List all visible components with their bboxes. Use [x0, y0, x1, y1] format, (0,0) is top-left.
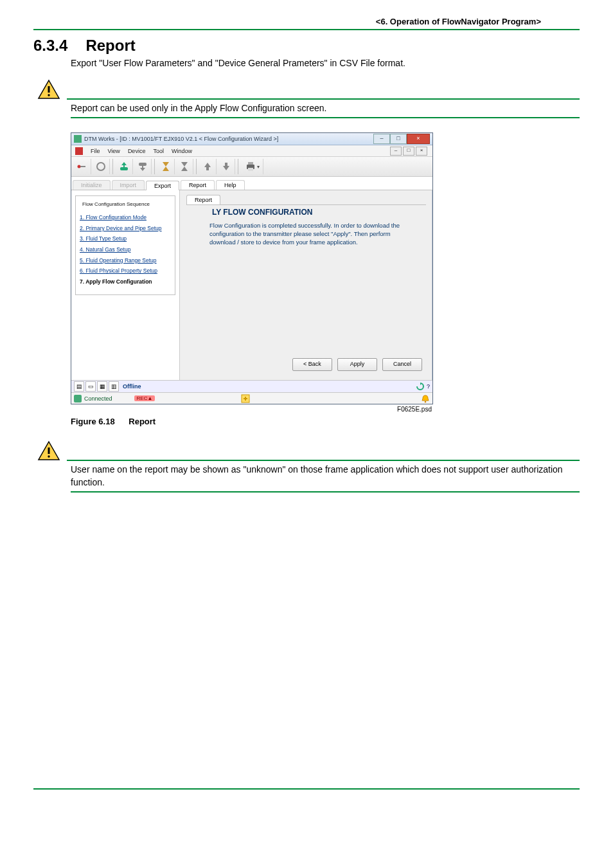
figure-caption: Figure 6.18 Report — [71, 417, 580, 426]
svg-point-2 — [48, 94, 49, 96]
svg-rect-9 — [248, 162, 253, 165]
wizard-step-2[interactable]: 2. Primary Device and Pipe Setup — [80, 225, 171, 232]
tab-help[interactable]: Help — [216, 180, 245, 190]
cancel-button[interactable]: Cancel — [382, 358, 422, 371]
status-center-icon — [241, 394, 250, 403]
caution-icon — [37, 440, 60, 461]
note1-text: Report can be used only in the Apply Flo… — [71, 102, 572, 115]
svg-rect-6 — [120, 167, 128, 170]
note-rule-bottom — [71, 117, 580, 118]
wizard-step-5[interactable]: 5. Fluid Operating Range Setup — [80, 257, 171, 264]
header-rule — [33, 29, 580, 30]
note-rule-top — [67, 98, 580, 100]
caution-icon — [37, 79, 60, 100]
status-bar-lower: Connected REC▲ — [71, 392, 432, 404]
section-title: Report — [85, 37, 135, 55]
svg-rect-1 — [48, 86, 50, 93]
wizard-message: Flow Configuration is completed successf… — [209, 222, 409, 246]
tab-export[interactable]: Export — [146, 181, 179, 190]
connected-icon — [74, 395, 82, 402]
svg-rect-4 — [80, 166, 85, 167]
rec-indicator-icon: REC▲ — [134, 395, 155, 401]
menu-window[interactable]: Window — [172, 148, 192, 154]
status-mode: Offline — [123, 383, 141, 390]
footer-rule — [33, 788, 580, 790]
window-maximize-button[interactable]: □ — [390, 134, 407, 144]
menubar: File View Device Tool Window – □ × — [71, 145, 432, 157]
svg-rect-7 — [139, 163, 147, 166]
svg-rect-10 — [248, 168, 253, 171]
mdi-minimize-button[interactable]: – — [390, 147, 402, 156]
toolbar-arrow-up-icon[interactable] — [199, 159, 217, 174]
toolbar-upload-icon[interactable] — [116, 159, 133, 174]
note2-rule-top — [67, 460, 580, 461]
status-bar-upper: ▤ ▭ ▦ ▥ Offline ? — [71, 380, 432, 392]
status-help[interactable]: ? — [427, 383, 430, 390]
wizard-step-7[interactable]: 7. Apply Flow Configuration — [80, 278, 171, 285]
apply-button[interactable]: Apply — [337, 358, 377, 371]
connected-label: Connected — [84, 395, 112, 402]
wizard-page-title: LY FLOW CONFIGURATION — [212, 208, 426, 217]
wizard-main-panel: Report LY FLOW CONFIGURATION Flow Config… — [180, 190, 432, 380]
window-minimize-button[interactable]: – — [373, 134, 390, 144]
section-heading: 6.3.4 Report — [33, 37, 580, 55]
menu-view[interactable]: View — [108, 148, 120, 154]
status-view2-icon[interactable]: ▭ — [85, 381, 96, 392]
window-title: DTM Works - [ID : MV1001/FT EJX910 V2.1 … — [84, 136, 278, 142]
inner-tab-report[interactable]: Report — [186, 195, 220, 204]
status-view4-icon[interactable]: ▥ — [109, 381, 119, 392]
figure-psd-filename: F0625E.psd — [71, 406, 432, 413]
wizard-step-4[interactable]: 4. Natural Gas Setup — [80, 246, 171, 253]
menu-device[interactable]: Device — [128, 148, 146, 154]
toolbar-disconnect-icon[interactable] — [93, 159, 110, 174]
refresh-icon[interactable] — [416, 383, 424, 390]
toolbar-hourglass2-icon[interactable] — [176, 159, 193, 174]
window-titlebar: DTM Works - [ID : MV1001/FT EJX910 V2.1 … — [71, 133, 432, 145]
window-close-button[interactable]: × — [407, 134, 430, 144]
back-button[interactable]: < Back — [292, 358, 332, 371]
note2-rule-bottom — [71, 491, 580, 493]
svg-point-3 — [78, 165, 81, 168]
svg-point-15 — [48, 455, 49, 457]
menu-file[interactable]: File — [91, 148, 100, 154]
app-icon — [74, 135, 82, 143]
svg-rect-14 — [48, 448, 50, 454]
menu-tool[interactable]: Tool — [153, 148, 164, 154]
wizard-group-title: Flow Configuration Sequence — [81, 201, 151, 207]
intro-paragraph: Export "User Flow Parameters" and "Devic… — [71, 57, 580, 70]
toolbar-download-icon[interactable] — [134, 159, 152, 174]
tab-import[interactable]: Import — [112, 180, 145, 190]
wizard-step-1[interactable]: 1. Flow Configuration Mode — [80, 214, 171, 221]
main-tab-bar: Initialize Import Export Report Help — [71, 177, 432, 190]
figure-number: Figure 6.18 — [71, 417, 115, 426]
svg-point-5 — [97, 163, 105, 170]
chapter-header: <6. Operation of FlowNavigator Program> — [33, 17, 580, 26]
toolbar-arrow-down-icon[interactable] — [218, 159, 235, 174]
wizard-sidebar: Flow Configuration Sequence 1. Flow Conf… — [71, 190, 180, 380]
mdi-close-button[interactable]: × — [416, 147, 427, 156]
status-view3-icon[interactable]: ▦ — [97, 381, 107, 392]
bell-icon[interactable] — [421, 394, 430, 403]
status-view1-icon[interactable]: ▤ — [74, 381, 84, 392]
note2-text: User name on the report may be shown as … — [71, 464, 572, 489]
toolbar-print-icon[interactable]: ▾ — [241, 159, 263, 174]
toolbar: ▾ — [71, 157, 432, 177]
wizard-step-3[interactable]: 3. Fluid Type Setup — [80, 235, 171, 242]
screenshot-window: DTM Works - [ID : MV1001/FT EJX910 V2.1 … — [71, 132, 433, 404]
brand-logo-icon — [75, 147, 83, 155]
wizard-step-6[interactable]: 6. Fluid Physical Property Setup — [80, 267, 171, 275]
section-number: 6.3.4 — [33, 37, 67, 55]
toolbar-connect-icon[interactable] — [74, 159, 91, 174]
tab-initialize[interactable]: Initialize — [73, 180, 111, 190]
toolbar-hourglass1-icon[interactable] — [157, 159, 175, 174]
mdi-restore-button[interactable]: □ — [403, 147, 414, 156]
svg-point-12 — [425, 401, 427, 402]
tab-report[interactable]: Report — [181, 180, 215, 190]
figure-title: Report — [129, 417, 155, 426]
